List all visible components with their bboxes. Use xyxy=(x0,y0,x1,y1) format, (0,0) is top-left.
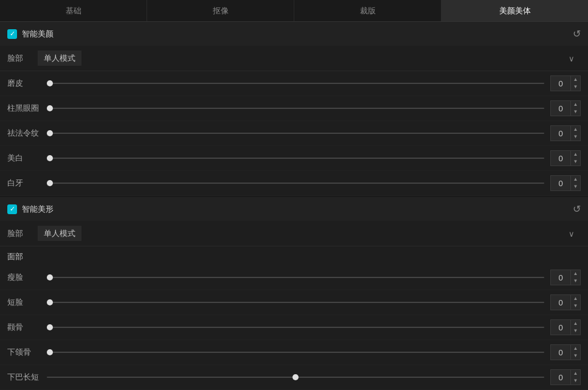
slider-track-slim-face[interactable] xyxy=(47,277,544,278)
slider-label-mandible: 下颌骨 xyxy=(7,347,41,358)
slider-track-mopu[interactable] xyxy=(47,83,544,84)
slider-thumb-teeth[interactable] xyxy=(47,180,53,186)
top-nav: 基础 抠像 裁版 美颜美体 xyxy=(0,0,588,22)
slider-up-teeth[interactable]: ▲ xyxy=(571,176,580,183)
slider-track-teeth[interactable] xyxy=(47,183,544,184)
slider-label-mopu: 磨皮 xyxy=(7,78,41,89)
slider-value-box-dark-circles: 0 ▲ ▼ xyxy=(550,100,581,116)
slider-thumb-slim-face[interactable] xyxy=(47,274,53,280)
slider-down-slim-face[interactable]: ▼ xyxy=(571,277,580,285)
beauty-shape-mode-select[interactable]: 单人模式 多人模式 xyxy=(38,226,81,241)
slider-row-dark-circles: 柱黑眼圈 0 ▲ ▼ xyxy=(0,96,588,121)
slider-label-dark-circles: 柱黑眼圈 xyxy=(7,103,41,114)
slider-arrows-chin-length: ▲ ▼ xyxy=(570,370,580,385)
slider-up-slim-face[interactable]: ▲ xyxy=(571,270,580,277)
slider-track-whitening[interactable] xyxy=(47,158,544,159)
slider-track-nasolabial[interactable] xyxy=(47,133,544,134)
slider-value-mandible: 0 xyxy=(551,348,570,357)
slider-track-cheekbone[interactable] xyxy=(47,327,544,328)
slider-value-teeth: 0 xyxy=(551,179,570,188)
slider-label-whitening: 美白 xyxy=(7,153,41,164)
slider-down-mopu[interactable]: ▼ xyxy=(571,83,580,91)
slider-track-chin-length[interactable] xyxy=(47,377,544,378)
slider-up-nasolabial[interactable]: ▲ xyxy=(571,126,580,133)
slider-up-whitening[interactable]: ▲ xyxy=(571,151,580,158)
beauty-shape-mode-select-wrapper: 单人模式 多人模式 xyxy=(38,226,581,241)
slider-value-slim-face: 0 xyxy=(551,273,570,282)
slider-thumb-chin-length[interactable] xyxy=(292,374,299,380)
slider-label-nasolabial: 祛法令纹 xyxy=(7,128,41,139)
slider-row-whitening: 美白 0 ▲ ▼ xyxy=(0,146,588,171)
slider-label-chin-length: 下巴长短 xyxy=(7,372,41,383)
slider-value-box-chin-length: 0 ▲ ▼ xyxy=(550,369,581,385)
beauty-face-mode-select[interactable]: 单人模式 多人模式 xyxy=(38,50,81,66)
beauty-shape-title-group: 智能美形 xyxy=(7,204,54,215)
slider-up-mopu[interactable]: ▲ xyxy=(571,76,580,83)
slider-value-cheekbone: 0 xyxy=(551,323,570,332)
beauty-shape-checkbox[interactable] xyxy=(7,204,17,214)
beauty-face-title: 智能美颜 xyxy=(22,29,54,40)
slider-down-whitening[interactable]: ▼ xyxy=(571,158,580,165)
tab-layout[interactable]: 裁版 xyxy=(294,0,441,21)
beauty-face-mode-select-wrapper: 单人模式 多人模式 xyxy=(38,50,581,66)
tab-image[interactable]: 抠像 xyxy=(147,0,294,21)
slider-value-chin-length: 0 xyxy=(551,373,570,382)
tab-beauty[interactable]: 美颜美体 xyxy=(441,0,588,21)
slider-thumb-nasolabial[interactable] xyxy=(47,130,53,136)
slider-row-teeth: 白牙 0 ▲ ▼ xyxy=(0,171,588,196)
beauty-face-section: 智能美颜 ↺ 脸部 单人模式 多人模式 磨皮 0 xyxy=(0,22,588,196)
slider-arrows-teeth: ▲ ▼ xyxy=(570,176,580,190)
beauty-shape-title: 智能美形 xyxy=(22,204,54,215)
slider-value-dark-circles: 0 xyxy=(551,104,570,113)
slider-value-short-face: 0 xyxy=(551,298,570,307)
main-content: 智能美颜 ↺ 脸部 单人模式 多人模式 磨皮 0 xyxy=(0,22,588,390)
slider-down-teeth[interactable]: ▼ xyxy=(571,183,580,190)
slider-row-chin-length: 下巴长短 0 ▲ ▼ xyxy=(0,365,588,390)
beauty-shape-header: 智能美形 ↺ xyxy=(0,197,588,221)
slider-down-mandible[interactable]: ▼ xyxy=(571,352,580,360)
slider-arrows-whitening: ▲ ▼ xyxy=(570,151,580,165)
slider-track-mandible[interactable] xyxy=(47,352,544,353)
slider-down-cheekbone[interactable]: ▼ xyxy=(571,327,580,335)
beauty-face-checkbox[interactable] xyxy=(7,29,17,39)
slider-up-short-face[interactable]: ▲ xyxy=(571,295,580,302)
slider-value-box-short-face: 0 ▲ ▼ xyxy=(550,294,581,310)
slider-up-cheekbone[interactable]: ▲ xyxy=(571,320,580,327)
slider-track-short-face[interactable] xyxy=(47,302,544,303)
slider-row-slim-face: 瘦脸 0 ▲ ▼ xyxy=(0,265,588,290)
slider-down-nasolabial[interactable]: ▼ xyxy=(571,133,580,141)
slider-thumb-dark-circles[interactable] xyxy=(47,105,53,111)
tab-basic[interactable]: 基础 xyxy=(0,0,147,21)
slider-thumb-cheekbone[interactable] xyxy=(47,324,53,330)
slider-value-box-slim-face: 0 ▲ ▼ xyxy=(550,270,581,285)
slider-thumb-whitening[interactable] xyxy=(47,155,53,161)
slider-thumb-short-face[interactable] xyxy=(47,299,53,305)
face-sub-header: 面部 xyxy=(0,246,588,265)
slider-row-cheekbone: 颧骨 0 ▲ ▼ xyxy=(0,315,588,340)
slider-down-dark-circles[interactable]: ▼ xyxy=(571,108,580,116)
slider-row-mandible: 下颌骨 0 ▲ ▼ xyxy=(0,340,588,365)
slider-up-dark-circles[interactable]: ▲ xyxy=(571,101,580,108)
slider-value-nasolabial: 0 xyxy=(551,129,570,138)
slider-label-short-face: 短脸 xyxy=(7,297,41,308)
slider-value-box-whitening: 0 ▲ ▼ xyxy=(550,150,581,166)
slider-down-chin-length[interactable]: ▼ xyxy=(571,377,580,385)
beauty-face-header: 智能美颜 ↺ xyxy=(0,22,588,46)
slider-value-box-mopu: 0 ▲ ▼ xyxy=(550,75,581,91)
slider-row-nasolabial: 祛法令纹 0 ▲ ▼ xyxy=(0,121,588,146)
slider-track-dark-circles[interactable] xyxy=(47,108,544,109)
slider-arrows-mandible: ▲ ▼ xyxy=(570,345,580,360)
beauty-face-reset-icon[interactable]: ↺ xyxy=(573,28,581,40)
slider-up-mandible[interactable]: ▲ xyxy=(571,345,580,352)
slider-thumb-mandible[interactable] xyxy=(47,349,53,355)
beauty-shape-reset-icon[interactable]: ↺ xyxy=(573,203,581,215)
slider-up-chin-length[interactable]: ▲ xyxy=(571,370,580,377)
slider-value-box-teeth: 0 ▲ ▼ xyxy=(550,175,581,191)
slider-value-box-nasolabial: 0 ▲ ▼ xyxy=(550,125,581,141)
slider-arrows-mopu: ▲ ▼ xyxy=(570,76,580,91)
beauty-shape-mode-label: 脸部 xyxy=(7,228,38,239)
slider-down-short-face[interactable]: ▼ xyxy=(571,302,580,310)
slider-row-mopu: 磨皮 0 ▲ ▼ xyxy=(0,71,588,96)
slider-arrows-nasolabial: ▲ ▼ xyxy=(570,126,580,141)
slider-thumb-mopu[interactable] xyxy=(47,80,53,86)
